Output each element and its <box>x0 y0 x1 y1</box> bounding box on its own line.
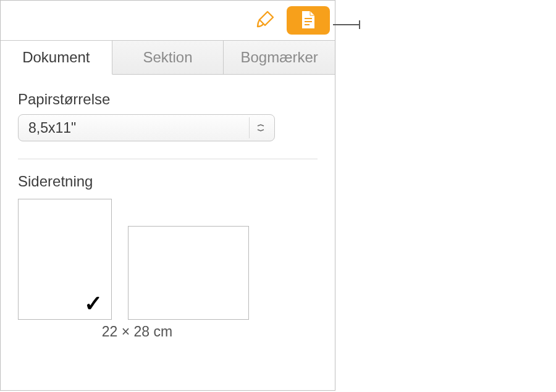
tab-label: Sektion <box>143 49 192 66</box>
page-dimensions: 22 × 28 cm <box>22 323 253 340</box>
select-divider <box>249 117 250 138</box>
paper-size-select[interactable]: 8,5x11" <box>18 114 275 141</box>
callout-line <box>333 24 359 25</box>
tab-label: Bogmærker <box>240 49 318 66</box>
document-icon <box>299 9 318 32</box>
content-area: Papirstørrelse 8,5x11" Sideretning ✓ 22 … <box>1 75 335 340</box>
checkmark-icon: ✓ <box>84 291 103 317</box>
chevron-down-icon <box>252 115 269 141</box>
section-divider <box>18 159 318 159</box>
paper-size-label: Papirstørrelse <box>18 91 318 108</box>
paper-size-value: 8,5x11" <box>28 120 76 136</box>
paintbrush-icon <box>255 9 276 32</box>
inspector-panel: Dokument Sektion Bogmærker Papirstørrels… <box>0 0 335 391</box>
orientation-label: Sideretning <box>18 173 318 190</box>
tab-bogmaerker[interactable]: Bogmærker <box>224 41 335 74</box>
tab-bar: Dokument Sektion Bogmærker <box>1 40 335 75</box>
tab-sektion[interactable]: Sektion <box>112 41 224 74</box>
document-button[interactable] <box>287 6 330 35</box>
toolbar <box>1 1 335 40</box>
format-button[interactable] <box>243 6 287 35</box>
orientation-landscape[interactable] <box>128 226 249 320</box>
tab-label: Dokument <box>22 49 90 66</box>
orientation-portrait[interactable]: ✓ <box>18 199 112 320</box>
tab-dokument[interactable]: Dokument <box>1 41 112 75</box>
orientation-options: ✓ <box>18 199 318 320</box>
